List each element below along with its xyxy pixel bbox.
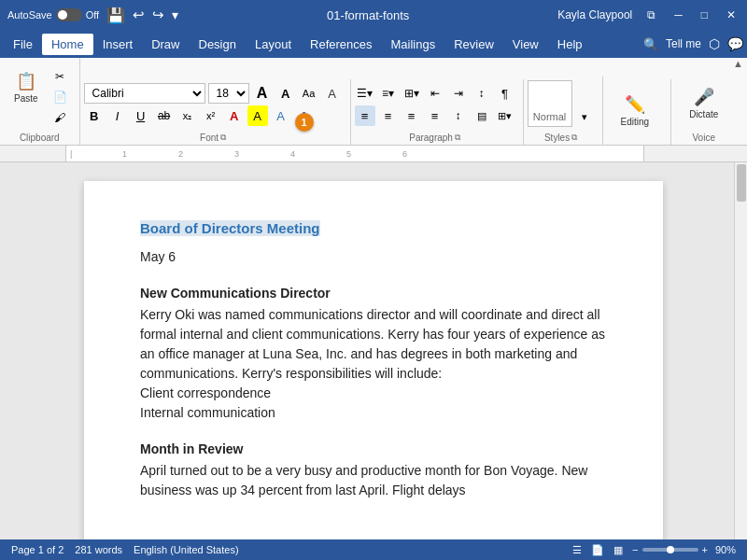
cut-button[interactable]: ✂ (49, 67, 72, 86)
dictate-icon: 🎤 (694, 87, 714, 107)
maximize-icon[interactable]: □ (698, 7, 712, 23)
menu-file[interactable]: File (4, 34, 42, 55)
comment-icon[interactable]: 💬 (727, 36, 743, 51)
case-button[interactable]: Aa (299, 83, 319, 104)
page-info: Page 1 of 2 (11, 544, 63, 555)
subscript-button[interactable]: x₂ (177, 105, 198, 126)
menu-view[interactable]: View (503, 34, 548, 55)
scrollbar-thumb-vertical[interactable] (737, 164, 746, 202)
normal-style-label: Normal (533, 111, 566, 122)
menu-mailings[interactable]: Mailings (382, 34, 445, 55)
format-painter-button[interactable]: 🖌 (49, 108, 72, 127)
status-left: Page 1 of 2 281 words English (United St… (11, 544, 239, 555)
save-icon[interactable]: 💾 (106, 7, 125, 24)
borders-button[interactable]: ⊞▾ (495, 105, 515, 126)
zoom-minus-button[interactable]: − (632, 544, 638, 555)
justify-button[interactable]: ≡ (425, 105, 445, 126)
clear-format-button[interactable]: A (322, 83, 343, 104)
ruler: | 1 2 3 4 5 6 (0, 146, 747, 162)
view-icon-1[interactable]: ☰ (572, 544, 582, 556)
view-icon-3[interactable]: ▦ (613, 544, 623, 556)
styles-expand-icon[interactable]: ⧉ (571, 133, 577, 143)
shading-button[interactable]: ▤ (472, 105, 492, 126)
dictate-label: Dictate (689, 109, 718, 119)
autosave-toggle[interactable] (56, 8, 82, 21)
normal-style-button[interactable]: Normal (528, 80, 572, 127)
editing-icon: ✏️ (625, 94, 645, 115)
section1-item2: Internal communication (140, 403, 607, 423)
paragraph-label: Paragraph ⧉ (355, 131, 515, 145)
shrink-font-button[interactable]: A (275, 83, 296, 104)
menu-review[interactable]: Review (444, 34, 503, 55)
user-name: Kayla Claypool (557, 8, 632, 21)
document-title: Board of Directors Meeting (140, 218, 607, 240)
superscript-button[interactable]: x² (201, 105, 221, 126)
highlight-button[interactable]: A (247, 105, 268, 126)
font-color2-button[interactable]: A (271, 105, 291, 126)
ribbon-collapse-button[interactable]: ▲ (733, 58, 743, 69)
paragraph-expand-icon[interactable]: ⧉ (455, 133, 460, 143)
paste-icon: 📋 (16, 71, 36, 91)
styles-expand-button[interactable]: ▾ (574, 106, 595, 127)
menu-help[interactable]: Help (548, 34, 592, 55)
italic-button[interactable]: I (107, 105, 128, 126)
menu-design[interactable]: Design (190, 34, 246, 55)
dictate-button[interactable]: 🎤 Dictate (683, 78, 725, 127)
bullets-button[interactable]: ☰▾ (355, 83, 375, 104)
close-icon[interactable]: ✕ (723, 7, 740, 23)
font-color-button[interactable]: A (224, 105, 245, 126)
line-spacing-button[interactable]: ↕ (448, 105, 469, 126)
font-family-select[interactable]: Calibri (84, 83, 205, 104)
title-bar-right: Kayla Claypool ⧉ ─ □ ✕ (557, 7, 740, 23)
section1-title: New Communications Director (140, 284, 607, 303)
ribbon-group-font: Calibri 18 A A Aa A B I U (80, 79, 351, 145)
document-page[interactable]: Board of Directors Meeting May 6 New Com… (84, 181, 663, 560)
zoom-bar: − + 90% (632, 544, 736, 555)
view-icon-2[interactable]: 📄 (591, 544, 604, 556)
menu-home[interactable]: Home (42, 34, 93, 55)
editing-button[interactable]: ✏️ Editing (614, 86, 656, 134)
clipboard-label: Clipboard (7, 131, 72, 145)
para-row2: ≡ ≡ ≡ ≡ ↕ ▤ ⊞▾ (355, 105, 515, 126)
restore-icon[interactable]: ⧉ (643, 7, 659, 23)
align-center-button[interactable]: ≡ (378, 105, 399, 126)
menu-layout[interactable]: Layout (246, 34, 301, 55)
font-expand-icon[interactable]: ⧉ (220, 133, 226, 143)
tell-me-label[interactable]: Tell me (666, 37, 701, 50)
minimize-icon[interactable]: ─ (670, 7, 686, 23)
underline-button[interactable]: U (131, 105, 151, 126)
align-left-button[interactable]: ≡ (355, 105, 375, 126)
more-icon[interactable]: ▾ (172, 7, 178, 22)
zoom-track[interactable] (642, 548, 698, 552)
editing-group-label (607, 141, 664, 145)
sort-button[interactable]: ↕ (472, 83, 492, 104)
numbering-button[interactable]: ≡▾ (378, 83, 399, 104)
paste-button[interactable]: 📋 Paste (7, 62, 45, 113)
bold-button[interactable]: B (84, 105, 105, 126)
word-count: 281 words (75, 544, 122, 555)
show-marks-button[interactable]: ¶ (495, 83, 515, 104)
zoom-thumb (667, 546, 674, 553)
ribbon: 📋 Paste ✂ 📄 🖌 Clipboard (0, 58, 747, 146)
menu-references[interactable]: References (301, 34, 381, 55)
status-right: ☰ 📄 ▦ − + 90% (572, 544, 736, 556)
copy-button[interactable]: 📄 (49, 88, 72, 106)
align-right-button[interactable]: ≡ (402, 105, 422, 126)
grow-font-button[interactable]: A (252, 83, 273, 104)
undo-icon[interactable]: ↩ (133, 7, 145, 23)
ribbon-group-editing: ✏️ Editing (603, 79, 672, 145)
vertical-scrollbar[interactable] (734, 162, 747, 547)
zoom-plus-button[interactable]: + (702, 544, 708, 555)
share-icon[interactable]: ⬡ (709, 36, 720, 51)
menu-insert[interactable]: Insert (93, 34, 143, 55)
menu-draw[interactable]: Draw (142, 34, 189, 55)
redo-icon[interactable]: ↪ (152, 7, 164, 23)
decrease-indent-button[interactable]: ⇤ (425, 83, 445, 104)
strikethrough-button[interactable]: ab (154, 105, 175, 126)
multilevel-button[interactable]: ⊞▾ (402, 83, 422, 104)
increase-indent-button[interactable]: ⇥ (448, 83, 469, 104)
document-area: Board of Directors Meeting May 6 New Com… (0, 162, 747, 560)
title-bar-left: AutoSave Off 💾 ↩ ↪ ▾ (7, 7, 178, 24)
autosave-control[interactable]: AutoSave Off (7, 8, 99, 21)
font-size-select[interactable]: 18 (208, 83, 249, 104)
